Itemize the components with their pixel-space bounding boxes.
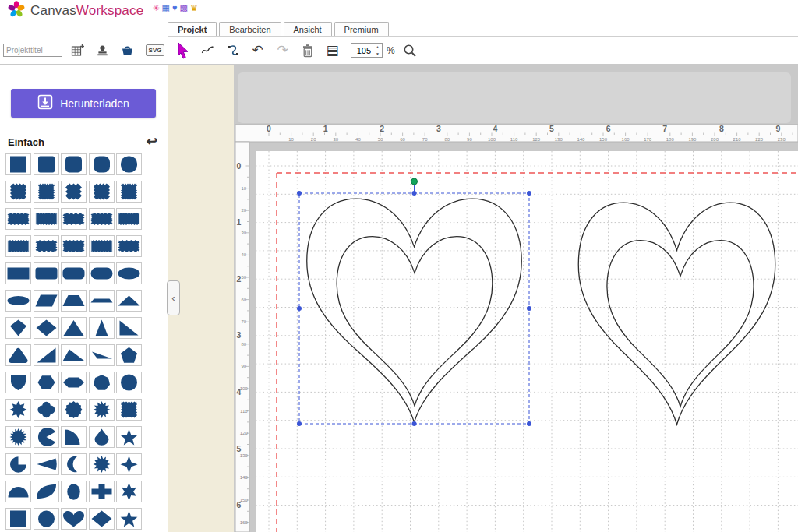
shape-trapezoid[interactable]	[61, 290, 87, 312]
shape-star5[interactable]	[116, 508, 142, 530]
shape-semicircle[interactable]	[5, 481, 31, 502]
shape-triangle-thin[interactable]	[89, 344, 115, 366]
shape-stamp-rect-2[interactable]	[34, 208, 59, 230]
tab-bearbeiten[interactable]: Bearbeiten	[219, 22, 281, 36]
shape-stamp-rect-1[interactable]	[61, 235, 87, 257]
canvas-viewport[interactable]: 0123456789102030405060708090100110120130…	[234, 65, 798, 532]
tab-ansicht[interactable]: Ansicht	[284, 22, 332, 36]
zoom-magnifier-button[interactable]	[401, 41, 420, 61]
shape-stamp-rect-2[interactable]	[5, 235, 31, 257]
shape-triangle-round[interactable]	[5, 344, 31, 366]
shape-hexagon-wide[interactable]	[61, 372, 87, 393]
shape-stamp-rect-2[interactable]	[89, 235, 115, 257]
shape-star5[interactable]	[116, 426, 142, 448]
zoom-input[interactable]	[351, 45, 373, 56]
shape-egg[interactable]	[61, 481, 87, 502]
shape-quarter-circle[interactable]	[61, 426, 87, 448]
shape-ellipse-wide[interactable]	[116, 262, 142, 284]
shape-diamond[interactable]	[34, 317, 59, 339]
shape-rect[interactable]	[5, 262, 31, 284]
shape-triangle-right[interactable]	[116, 317, 142, 339]
undo-button[interactable]: ↶	[248, 41, 267, 61]
stamp-button[interactable]	[93, 41, 112, 61]
delete-button[interactable]	[298, 41, 317, 61]
select-tool-button[interactable]	[173, 41, 192, 61]
shape-stamp-square-1[interactable]	[89, 181, 115, 203]
mat-settings-button[interactable]	[68, 41, 87, 61]
shape-diamond[interactable]	[89, 508, 115, 530]
tab-projekt[interactable]: Projekt	[168, 22, 217, 36]
shape-square[interactable]	[5, 153, 31, 175]
shape-rect-r2[interactable]	[61, 262, 87, 284]
shape-triangle[interactable]	[61, 317, 87, 339]
shape-parallelogram[interactable]	[34, 290, 59, 312]
toolbar: SVG ↶ ↷ ▤ ▲ ▼ %	[0, 37, 798, 65]
download-button[interactable]: Herunterladen	[11, 89, 156, 118]
shape-rect-r1[interactable]	[34, 262, 59, 284]
shape-star4[interactable]	[116, 453, 142, 475]
shape-pie[interactable]	[5, 453, 31, 475]
project-title-input[interactable]	[3, 44, 62, 57]
svg-text:3: 3	[436, 124, 441, 133]
shape-square-r4[interactable]	[116, 153, 142, 175]
shape-stamp-square-3[interactable]	[61, 181, 87, 203]
collapse-panel-button[interactable]: ‹	[167, 280, 180, 315]
shape-hexagon[interactable]	[34, 372, 59, 393]
shape-star6[interactable]	[116, 481, 142, 502]
shape-cross[interactable]	[89, 481, 115, 502]
shape-rect-r3[interactable]	[89, 262, 115, 284]
shape-stamp-rect-3[interactable]	[34, 235, 59, 257]
shape-scallop-circle[interactable]	[61, 399, 87, 421]
shape-burst12[interactable]	[89, 399, 115, 421]
shape-shield[interactable]	[5, 372, 31, 393]
shape-heptagon[interactable]	[89, 372, 115, 393]
shape-stamp-rect-3[interactable]	[61, 208, 87, 230]
shape-leaf[interactable]	[34, 481, 59, 502]
shape-wedge[interactable]	[34, 453, 59, 475]
basket-button[interactable]	[118, 41, 137, 61]
zoom-up-button[interactable]: ▲	[373, 44, 382, 51]
layer-list-button[interactable]: ▤	[323, 41, 342, 61]
shape-kite[interactable]	[5, 317, 31, 339]
shape-moon[interactable]	[61, 453, 87, 475]
shape-pill[interactable]	[5, 290, 31, 312]
shape-pentagon[interactable]	[116, 344, 142, 366]
shape-triangle-right2[interactable]	[34, 344, 59, 366]
shape-stamp-rect-1[interactable]	[89, 208, 115, 230]
shape-circle[interactable]	[34, 508, 59, 530]
shape-heart[interactable]	[61, 508, 87, 530]
zoom-down-button[interactable]: ▼	[373, 51, 382, 58]
shape-pacman[interactable]	[34, 426, 59, 448]
shape-square-r1[interactable]	[34, 153, 59, 175]
shape-stamp-square-2[interactable]	[34, 181, 59, 203]
shape-stamp-rect-1[interactable]	[5, 208, 31, 230]
shape-circle[interactable]	[116, 372, 142, 393]
shape-scallop-square[interactable]	[116, 399, 142, 421]
freehand-tool-button[interactable]	[198, 41, 217, 61]
svg-export-button[interactable]: SVG	[143, 41, 168, 61]
shape-droplet[interactable]	[89, 426, 115, 448]
node-edit-tool-button[interactable]	[223, 41, 242, 61]
svg-text:110: 110	[510, 137, 518, 142]
shape-stamp-square-1[interactable]	[5, 181, 31, 203]
shape-burst8[interactable]	[5, 399, 31, 421]
shape-square[interactable]	[5, 508, 31, 530]
shape-trapezoid-thin[interactable]	[89, 290, 115, 312]
shape-triangle-tall[interactable]	[89, 317, 115, 339]
shape-stamp-rect-2[interactable]	[116, 208, 142, 230]
tab-premium[interactable]: Premium	[334, 22, 389, 36]
shape-stamp-square-2[interactable]	[116, 181, 142, 203]
shape-triangle-wide[interactable]	[116, 290, 142, 312]
back-icon[interactable]: ↩	[147, 136, 157, 148]
shape-flower[interactable]	[34, 399, 59, 421]
shape-square-r3[interactable]	[89, 153, 115, 175]
shape-stamp-rect-3[interactable]	[116, 235, 142, 257]
shape-triangle-obtuse[interactable]	[61, 344, 87, 366]
svg-text:70: 70	[241, 319, 246, 324]
svg-text:30: 30	[241, 231, 246, 235]
shape-burst16[interactable]	[5, 426, 31, 448]
shape-burst12[interactable]	[89, 453, 115, 475]
shape-square-r2[interactable]	[61, 153, 87, 175]
redo-button[interactable]: ↷	[273, 41, 292, 61]
svg-text:20: 20	[241, 208, 246, 213]
